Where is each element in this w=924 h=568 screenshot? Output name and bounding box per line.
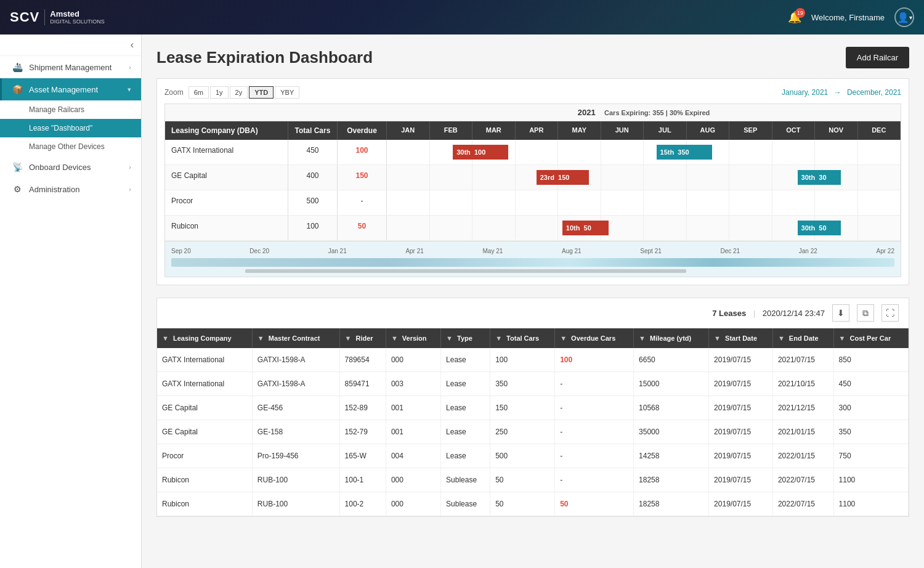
month-cell-feb: 30th 100 <box>430 140 473 164</box>
download-button[interactable]: ⬇ <box>832 304 849 322</box>
zoom-ytd-button[interactable]: YTD <box>249 86 274 99</box>
month-cell-jun <box>601 140 644 164</box>
notification-button[interactable]: 🔔 19 <box>788 10 801 24</box>
zoom-6m-button[interactable]: 6m <box>188 86 209 99</box>
tl-apr21: Apr 21 <box>405 248 423 254</box>
months-header: JAN FEB MAR APR MAY JUN JUL AUG SEP OCT … <box>387 121 901 140</box>
master-contract-cell: GE-158 <box>252 420 339 444</box>
chevron-right-icon: › <box>129 63 131 71</box>
zoom-controls: Zoom 6m 1y 2y YTD YBY <box>164 86 299 99</box>
sidebar-item-admin[interactable]: ⚙ Administration › <box>0 178 141 200</box>
tl-jan21: Jan 21 <box>328 248 347 254</box>
overdue-cars-cell: 100 <box>555 348 634 372</box>
overdue-cars-cell: - <box>555 420 634 444</box>
th-rider[interactable]: ▼ Rider <box>339 328 386 348</box>
timeline-scrollbar[interactable] <box>245 269 686 273</box>
leasing-company-cell: GATX International <box>157 372 252 396</box>
months-data <box>387 190 901 215</box>
cost-per-car-cell: 350 <box>833 420 908 444</box>
sidebar-collapse-area: ‹ <box>0 34 141 56</box>
total-cell: 450 <box>288 140 338 164</box>
cost-per-car-cell: 300 <box>833 396 908 420</box>
total-cars-cell: 50 <box>490 468 555 492</box>
welcome-text: Welcome, Firstname <box>811 13 885 22</box>
sidebar-item-lease-dashboard[interactable]: Lease "Dashboard" <box>0 119 141 137</box>
mileage-cell: 18258 <box>634 492 709 516</box>
month-cell-nov <box>815 140 858 164</box>
cost-per-car-cell: 750 <box>833 444 908 468</box>
end-date-cell: 2022/07/15 <box>772 492 833 516</box>
th-master-contract[interactable]: ▼ Master Contract <box>252 328 339 348</box>
date-range: January, 2021 → December, 2021 <box>782 88 901 97</box>
year-label: 2021 Cars Expiring: 355 | 30% Expired <box>393 108 894 117</box>
master-contract-cell: Pro-159-456 <box>252 444 339 468</box>
sidebar-item-manage-railcars[interactable]: Manage Railcars <box>0 100 141 119</box>
cars-expiring: Cars Expiring: 355 | 30% Expired <box>604 109 710 116</box>
timeline-bar[interactable] <box>171 258 894 267</box>
end-date-cell: 2022/01/15 <box>772 444 833 468</box>
month-cell-jul: 15th 350 <box>644 140 687 164</box>
sidebar-item-shipment[interactable]: 🚢 Shipment Management › <box>0 56 141 78</box>
month-may: MAY <box>558 121 601 140</box>
sidebar-item-asset[interactable]: 📦 Asset Management ▾ <box>0 78 141 100</box>
table-row: GATX International GATXI-1598-A 789654 0… <box>157 348 909 372</box>
month-cell-mar <box>472 216 516 240</box>
th-mileage[interactable]: ▼ Mileage (ytd) <box>634 328 709 348</box>
copy-button[interactable]: ⧉ <box>857 304 874 322</box>
month-cell <box>644 190 687 215</box>
overdue-cell: 100 <box>338 140 387 164</box>
cost-per-car-cell: 850 <box>833 348 908 372</box>
gantt-bar-apr-ge: 23rd 150 <box>537 170 589 185</box>
month-cell <box>516 190 559 215</box>
top-navigation: SCV Amsted DIGITAL SOLUTIONS 🔔 19 Welcom… <box>0 0 924 34</box>
month-cell-dec <box>858 140 901 164</box>
total-cars-cell: 250 <box>490 420 555 444</box>
month-cell-may <box>558 140 601 164</box>
th-type[interactable]: ▼ Type <box>441 328 490 348</box>
month-cell-jan <box>387 216 430 240</box>
overdue-header: Overdue <box>338 121 387 140</box>
leasing-company-cell: Procor <box>157 444 252 468</box>
version-cell: 001 <box>386 420 440 444</box>
th-overdue-cars[interactable]: ▼ Overdue Cars <box>555 328 634 348</box>
th-version[interactable]: ▼ Version <box>386 328 440 348</box>
zoom-yby-button[interactable]: YBY <box>275 86 299 99</box>
mileage-cell: 18258 <box>634 468 709 492</box>
chart-controls: Zoom 6m 1y 2y YTD YBY January, 2021 → De… <box>164 86 901 99</box>
page-header: Lease Expiration Dashboard Add Railcar <box>156 47 909 68</box>
logo: SCV Amsted DIGITAL SOLUTIONS <box>10 9 105 25</box>
th-end-date[interactable]: ▼ End Date <box>772 328 833 348</box>
zoom-2y-button[interactable]: 2y <box>230 86 248 99</box>
sidebar-item-label: Asset Management <box>29 85 128 94</box>
month-cell <box>815 190 858 215</box>
total-cars-cell: 500 <box>490 444 555 468</box>
logo-amsted: Amsted DIGITAL SOLUTIONS <box>44 9 105 25</box>
end-date-cell: 2021/07/15 <box>772 348 833 372</box>
expand-button[interactable]: ⛶ <box>881 304 899 322</box>
month-mar: MAR <box>472 121 516 140</box>
version-cell: 003 <box>386 372 440 396</box>
version-cell: 001 <box>386 396 440 420</box>
zoom-label: Zoom <box>164 88 184 97</box>
month-cell-jul <box>644 165 687 190</box>
th-start-date[interactable]: ▼ Start Date <box>709 328 773 348</box>
th-cost-per-car[interactable]: ▼ Cost Per Car <box>833 328 908 348</box>
sidebar-collapse-button[interactable]: ‹ <box>131 39 134 51</box>
type-cell: Lease <box>441 420 490 444</box>
start-date-cell: 2019/07/15 <box>709 396 773 420</box>
gantt-header: Leasing Company (DBA) Total Cars Overdue… <box>165 121 901 140</box>
sidebar-item-manage-other[interactable]: Manage Other Devices <box>0 137 141 156</box>
th-total-cars[interactable]: ▼ Total Cars <box>490 328 555 348</box>
leasing-company-cell: GATX International <box>157 348 252 372</box>
rider-cell: 859471 <box>339 372 386 396</box>
th-leasing-company[interactable]: ▼ Leasing Company <box>157 328 252 348</box>
end-date-cell: 2021/01/15 <box>772 420 833 444</box>
company-cell: Procor <box>165 190 288 215</box>
zoom-1y-button[interactable]: 1y <box>210 86 229 99</box>
sidebar-item-onboard[interactable]: 📡 Onboard Devices › <box>0 156 141 178</box>
months-data: 30th 100 15th 350 <box>387 140 901 164</box>
add-railcar-button[interactable]: Add Railcar <box>846 47 909 68</box>
tl-aug21: Aug 21 <box>562 248 582 254</box>
month-cell-feb <box>430 216 473 240</box>
user-avatar[interactable]: 👤 ▾ <box>894 7 914 27</box>
